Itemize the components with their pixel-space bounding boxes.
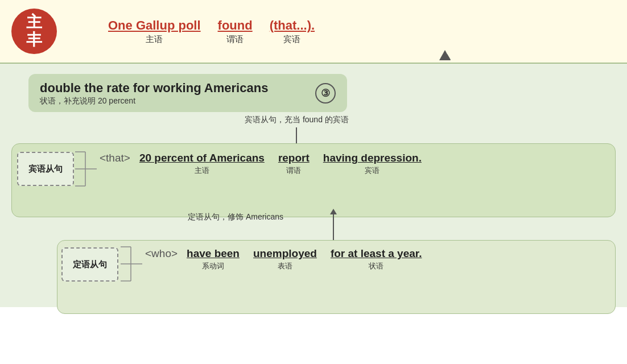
box2-adv: for at least a year. 状语 [331, 247, 422, 271]
box3: double the rate for working Americans 状语… [28, 74, 347, 112]
bracket-svg-1 [74, 151, 102, 188]
subject-block: One Gallup poll 主语 [108, 18, 201, 45]
that-tag: <that> [100, 152, 130, 164]
sentence-box2: <who> have been 系动词 unemployed 表语 for at… [145, 247, 422, 271]
bracket-svg-2 [119, 246, 148, 283]
box1-object: having depression. 宾语 [323, 152, 422, 176]
logo-circle: 主 丰 [11, 9, 57, 54]
who-tag: <who> [145, 247, 178, 260]
binyucongju-box: 宾语从句 [17, 152, 74, 186]
dingyucongju-box: 定语从句 [61, 247, 118, 282]
top-section: 主 丰 One Gallup poll 主语 found 谓语 (that...… [0, 0, 627, 63]
middle-section: ① double the rate for working Americans … [0, 63, 627, 307]
box1-verb: report 谓语 [278, 152, 310, 176]
box2-verb: have been 系动词 [187, 247, 240, 271]
top-connector-arrow [439, 50, 451, 65]
sentence-box1: <that> 20 percent of Americans 主语 report… [100, 152, 422, 176]
verb-block: found 谓语 [218, 18, 253, 45]
logo-text: 主 丰 [26, 14, 42, 49]
annotation2: 定语从句，修饰 Americans [188, 212, 283, 222]
object-block: (that...). 宾语 [270, 18, 315, 45]
arrow-up-box2 [330, 209, 337, 243]
box1-subject: 20 percent of Americans 主语 [139, 152, 265, 176]
circle-3: ③ [315, 83, 336, 104]
svg-marker-12 [439, 50, 451, 60]
box2-adj: unemployed 表语 [253, 247, 317, 271]
